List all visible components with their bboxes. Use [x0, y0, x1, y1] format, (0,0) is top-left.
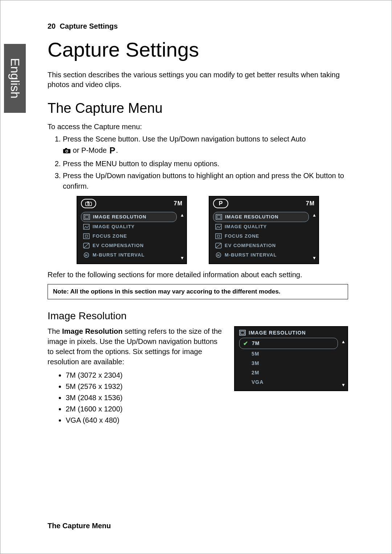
svg-rect-19: [217, 235, 220, 237]
access-intro: To access the Capture menu:: [48, 123, 348, 131]
step-1: Press the Scene button. Use the Up/Down …: [63, 134, 348, 157]
refer-line: Refer to the following sections for more…: [48, 271, 348, 279]
svg-rect-24: [241, 331, 244, 334]
image-resolution-screen: IMAGE RESOLUTION ✔ 7M 5M 3M: [234, 326, 348, 391]
menu-item-focus-zone[interactable]: FOCUS ZONE: [213, 231, 309, 241]
image-resolution-icon: [216, 214, 222, 220]
step-1-end: .: [116, 146, 118, 154]
svg-rect-5: [87, 201, 89, 203]
svg-text:M: M: [85, 254, 88, 257]
mburst-icon: M: [83, 252, 90, 258]
page-title: Capture Settings: [48, 38, 348, 61]
ir-option-label: 3M: [252, 360, 259, 366]
manual-page: English 20 Capture Settings Capture Sett…: [0, 0, 392, 554]
page-number: 20: [48, 22, 56, 30]
svg-point-6: [88, 203, 90, 205]
image-resolution-icon: [239, 330, 246, 336]
resolution-list: 7M (3072 x 2304) 5M (2576 x 1932) 3M (20…: [58, 370, 223, 426]
steps-list: Press the Scene button. Use the Up/Down …: [55, 134, 348, 192]
image-resolution-text: The Image Resolution setting refers to t…: [48, 326, 223, 426]
image-resolution-icon: [83, 214, 90, 220]
ir-option-label: 5M: [252, 351, 259, 357]
menu-item-label: M-BURST INTERVAL: [93, 252, 144, 258]
image-quality-icon: [83, 224, 90, 230]
p-mode-icon: P: [110, 144, 115, 157]
subsection-title: Image Resolution: [48, 310, 348, 322]
language-tab: English: [4, 44, 26, 113]
svg-rect-16: [217, 216, 221, 218]
image-quality-icon: [215, 224, 222, 230]
ir-option[interactable]: VGA: [239, 377, 338, 387]
scroll-down-icon: ▼: [341, 382, 346, 387]
svg-rect-18: [216, 234, 221, 239]
scroll-indicator: ▲ ▼: [339, 337, 347, 390]
menu-item-label: IMAGE RESOLUTION: [225, 214, 278, 219]
note-box: Note: All the options in this section ma…: [48, 284, 348, 299]
mode-pill-p: P: [213, 199, 228, 208]
svg-text:M: M: [217, 254, 220, 257]
menu-item-label: M-BURST INTERVAL: [225, 252, 277, 258]
menu-item-mburst-interval[interactable]: M M-BURST INTERVAL: [213, 250, 309, 260]
page-header-label: Capture Settings: [60, 22, 118, 30]
ir-option-label: VGA: [252, 379, 264, 385]
section-title: The Capture Menu: [48, 100, 348, 116]
menu-item-label: EV COMPENSATION: [225, 243, 276, 248]
size-badge: 7M: [174, 200, 183, 207]
capture-menu-pmode: P 7M IMAGE RESOLUTION IMAGE QUALITY FOC: [209, 196, 319, 264]
step-1a: Press the Scene button. Use the Up/Down …: [63, 135, 306, 143]
camera-icon: [63, 146, 71, 152]
list-item: 5M (2576 x 1932): [66, 381, 223, 392]
capture-menu-auto: 7M IMAGE RESOLUTION IMAGE QUALITY FOCUS …: [77, 196, 187, 264]
ev-compensation-icon: [83, 243, 90, 249]
svg-rect-1: [65, 148, 67, 149]
menu-list-auto: IMAGE RESOLUTION IMAGE QUALITY FOCUS ZON…: [77, 210, 178, 263]
ir-option-label: 7M: [252, 340, 260, 346]
focus-zone-icon: [83, 233, 90, 239]
running-header: 20 Capture Settings: [48, 22, 348, 30]
menu-item-image-resolution[interactable]: IMAGE RESOLUTION: [213, 212, 309, 222]
menu-item-ev-compensation[interactable]: EV COMPENSATION: [213, 241, 309, 250]
ir-screen-title: IMAGE RESOLUTION: [249, 330, 306, 336]
svg-rect-11: [85, 235, 87, 237]
list-item: 3M (2048 x 1536): [66, 392, 223, 403]
ev-compensation-icon: [215, 243, 222, 249]
menu-item-image-quality[interactable]: IMAGE QUALITY: [81, 222, 177, 231]
menu-item-label: FOCUS ZONE: [225, 233, 259, 239]
menu-item-ev-compensation[interactable]: EV COMPENSATION: [81, 241, 177, 250]
scroll-indicator: ▲ ▼: [178, 210, 186, 263]
scroll-down-icon: ▼: [180, 255, 184, 260]
svg-rect-8: [85, 216, 89, 218]
step-3: Press the Up/Down navigation buttons to …: [63, 171, 348, 192]
menu-item-image-resolution[interactable]: IMAGE RESOLUTION: [81, 212, 177, 222]
ir-option-label: 2M: [252, 370, 259, 376]
menu-screens-row: 7M IMAGE RESOLUTION IMAGE QUALITY FOCUS …: [48, 196, 348, 264]
ir-option-list: ✔ 7M 5M 3M 2M: [235, 337, 339, 390]
svg-rect-10: [83, 234, 89, 239]
check-icon: ✔: [243, 340, 248, 347]
size-badge: 7M: [306, 200, 315, 207]
menu-item-focus-zone[interactable]: FOCUS ZONE: [81, 231, 177, 241]
step-2: Press the MENU button to display menu op…: [63, 159, 348, 169]
menu-item-image-quality[interactable]: IMAGE QUALITY: [213, 222, 309, 231]
menu-item-mburst-interval[interactable]: M M-BURST INTERVAL: [81, 250, 177, 260]
ir-option[interactable]: 5M: [239, 349, 338, 358]
menu-item-label: FOCUS ZONE: [93, 233, 127, 239]
list-item: 2M (1600 x 1200): [66, 403, 223, 415]
scroll-up-icon: ▲: [312, 213, 317, 218]
svg-point-3: [66, 150, 68, 152]
menu-item-label: IMAGE QUALITY: [93, 224, 135, 229]
menu-list-pmode: IMAGE RESOLUTION IMAGE QUALITY FOCUS ZON…: [209, 210, 310, 263]
running-footer: The Capture Menu: [48, 522, 111, 530]
ir-para-a: The: [48, 327, 62, 335]
menu-item-label: IMAGE QUALITY: [225, 224, 267, 229]
ir-option[interactable]: 3M: [239, 358, 338, 368]
scroll-up-icon: ▲: [341, 339, 346, 344]
ir-option[interactable]: ✔ 7M: [239, 338, 338, 349]
mode-pill-camera-icon: [81, 199, 96, 208]
ir-option[interactable]: 2M: [239, 368, 338, 377]
ir-para-bold: Image Resolution: [62, 327, 123, 335]
step-1b: or P-Mode: [73, 146, 109, 154]
menu-item-label: IMAGE RESOLUTION: [93, 214, 146, 219]
focus-zone-icon: [215, 233, 222, 239]
scroll-down-icon: ▼: [312, 255, 317, 260]
